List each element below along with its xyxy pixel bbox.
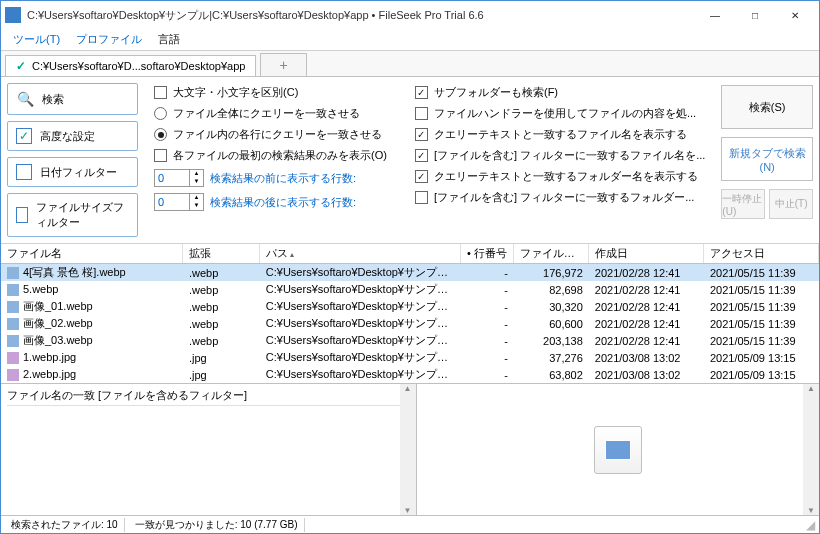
pause-button[interactable]: 一時停止(U) (721, 189, 765, 219)
sidebar-item-search[interactable]: 🔍 検索 (7, 83, 138, 115)
app-icon (5, 7, 21, 23)
opt-handler[interactable]: ファイルハンドラーを使用してファイルの内容を処... (415, 106, 705, 121)
opt-inclfile[interactable]: [ファイルを含む] フィルターに一致するファイル名を... (415, 148, 705, 163)
sidebar-item-sizefilter[interactable]: ✓ ファイルサイズフィルター (7, 193, 138, 237)
col-name[interactable]: ファイル名 (1, 244, 183, 263)
opt-showfolder[interactable]: クエリーテキストと一致するフォルダー名を表示する (415, 169, 705, 184)
status-found: 検索されたファイル: 10 (5, 518, 125, 532)
table-row[interactable]: 1.webp.jpg.jpgC:¥Users¥softaro¥Desktop¥サ… (1, 349, 819, 366)
search-button[interactable]: 検索(S) (721, 85, 813, 129)
col-size[interactable]: ファイルサイズ (514, 244, 589, 263)
checkbox-icon: ✓ (16, 207, 28, 223)
image-preview-icon (594, 426, 642, 474)
stop-button[interactable]: 中止(T) (769, 189, 813, 219)
add-tab-button[interactable]: + (260, 53, 306, 76)
col-line[interactable]: • 行番号 (461, 244, 514, 263)
before-lines-label[interactable]: 検索結果の前に表示する行数: (210, 171, 356, 186)
before-lines-input[interactable]: 0▲▼ (154, 169, 204, 187)
table-row[interactable]: 4[写真 景色 桜].webp.webpC:¥Users¥softaro¥Des… (1, 264, 819, 281)
sidebar-item-advanced[interactable]: ✓ 高度な設定 (7, 121, 138, 151)
file-icon (7, 301, 19, 313)
opt-subfolder[interactable]: サブフォルダーも検索(F) (415, 85, 705, 100)
file-icon (7, 335, 19, 347)
menubar: ツール(T) プロファイル 言語 (1, 29, 819, 51)
minimize-button[interactable]: ― (695, 2, 735, 28)
table-row[interactable]: 画像_02.webp.webpC:¥Users¥softaro¥Desktop¥… (1, 315, 819, 332)
window-title: C:¥Users¥softaro¥Desktop¥サンプル|C:¥Users¥s… (27, 8, 695, 23)
maximize-button[interactable]: □ (735, 2, 775, 28)
resize-grip[interactable]: ◢ (806, 518, 815, 532)
table-row[interactable]: 画像_01.webp.webpC:¥Users¥softaro¥Desktop¥… (1, 298, 819, 315)
match-panel: ファイル名の一致 [ファイルを含めるフィルター] ▲▼ (1, 384, 417, 515)
statusbar: 検索されたファイル: 10 一致が見つかりました: 10 (7.77 GB) ◢ (1, 515, 819, 533)
menu-tool[interactable]: ツール(T) (7, 30, 66, 49)
checkbox-icon: ✓ (16, 128, 32, 144)
sidebar-item-datefilter[interactable]: ✓ 日付フィルター (7, 157, 138, 187)
preview-panel: ▲▼ (417, 384, 820, 515)
col-created[interactable]: 作成日 (589, 244, 704, 263)
file-icon (7, 369, 19, 381)
file-icon (7, 318, 19, 330)
opt-case[interactable]: 大文字・小文字を区別(C) (154, 85, 387, 100)
search-icon: 🔍 (16, 90, 34, 108)
file-icon (7, 267, 19, 279)
check-icon: ✓ (16, 59, 26, 73)
after-lines-input[interactable]: 0▲▼ (154, 193, 204, 211)
titlebar: C:¥Users¥softaro¥Desktop¥サンプル|C:¥Users¥s… (1, 1, 819, 29)
scrollbar[interactable]: ▲▼ (803, 384, 819, 515)
checkbox-icon: ✓ (16, 164, 32, 180)
col-ext[interactable]: 拡張 (183, 244, 260, 263)
opt-matchall[interactable]: ファイル全体にクエリーを一致させる (154, 106, 387, 121)
opt-inclfolder[interactable]: [ファイルを含む] フィルターに一致するフォルダー... (415, 190, 705, 205)
opt-matcheach[interactable]: ファイル内の各行にクエリーを一致させる (154, 127, 387, 142)
status-match: 一致が見つかりました: 10 (7.77 GB) (129, 518, 305, 532)
tabbar: ✓ C:¥Users¥softaro¥D...softaro¥Desktop¥a… (1, 51, 819, 77)
sidebar: 🔍 検索 ✓ 高度な設定 ✓ 日付フィルター ✓ ファイルサイズフィルター (1, 77, 144, 243)
col-access[interactable]: アクセス日 (704, 244, 819, 263)
table-row[interactable]: 5.webp.webpC:¥Users¥softaro¥Desktop¥サンプル… (1, 281, 819, 298)
table-row[interactable]: 画像_03.webp.webpC:¥Users¥softaro¥Desktop¥… (1, 332, 819, 349)
table-row[interactable]: 2.webp.jpg.jpgC:¥Users¥softaro¥Desktop¥サ… (1, 366, 819, 383)
scrollbar[interactable]: ▲▼ (400, 384, 416, 515)
match-header: ファイル名の一致 [ファイルを含めるフィルター] (7, 386, 410, 406)
col-path[interactable]: パス (260, 244, 461, 263)
file-icon (7, 284, 19, 296)
opt-firstonly[interactable]: 各ファイルの最初の検索結果のみを表示(O) (154, 148, 387, 163)
tab-label: C:¥Users¥softaro¥D...softaro¥Desktop¥app (32, 60, 245, 72)
menu-language[interactable]: 言語 (152, 30, 186, 49)
menu-profile[interactable]: プロファイル (70, 30, 148, 49)
results-table: ファイル名 拡張 パス • 行番号 ファイルサイズ 作成日 アクセス日 4[写真… (1, 244, 819, 515)
opt-showfile[interactable]: クエリーテキストと一致するファイル名を表示する (415, 127, 705, 142)
file-icon (7, 352, 19, 364)
search-tab[interactable]: ✓ C:¥Users¥softaro¥D...softaro¥Desktop¥a… (5, 55, 256, 76)
after-lines-label[interactable]: 検索結果の後に表示する行数: (210, 195, 356, 210)
options-panel: 大文字・小文字を区別(C) ファイル全体にクエリーを一致させる ファイル内の各行… (144, 77, 715, 243)
close-button[interactable]: ✕ (775, 2, 815, 28)
newtab-search-button[interactable]: 新規タブで検索(N) (721, 137, 813, 181)
